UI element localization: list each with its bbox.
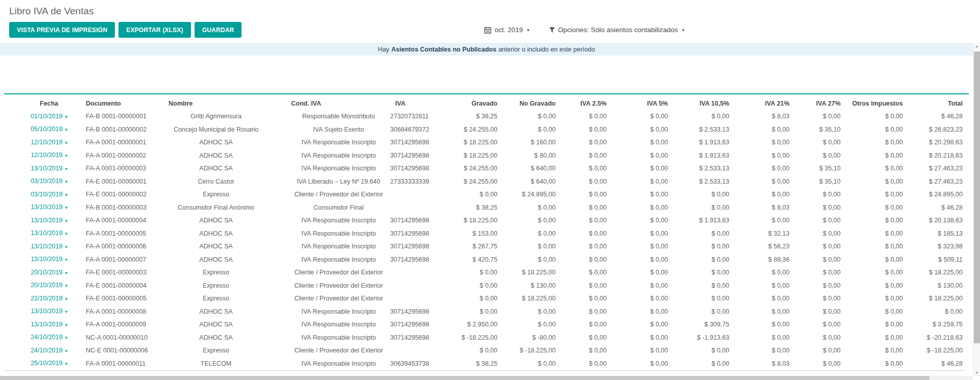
table-cell: 30714295698 [388,136,439,149]
save-button[interactable]: GUARDAR [195,22,242,38]
table-cell: Cliente / Proveedor del Exterior [266,344,388,358]
date-dropdown[interactable]: 13/10/2019▾ [4,214,71,227]
table-cell: $ -18.225,00 [439,332,499,345]
table-cell: IVA Responsable Inscripto [266,214,388,227]
table-cell: $ 0,00 [731,280,792,293]
table-row: 13/10/2019▾FA-A 0001-00000004ADHOC SAIVA… [4,214,965,227]
table-cell: $ 0,00 [609,149,670,163]
date-dropdown[interactable]: 13/10/2019▾ [4,240,71,254]
table-cell: Responsable Monotributo [266,110,388,123]
table-cell: $ 0,00 [558,240,609,254]
table-cell: $ 0,00 [843,266,905,280]
table-cell: $ 0,00 [731,162,792,175]
table-cell: $ 2.533,13 [670,162,731,175]
table-cell [388,344,439,358]
table-cell: $ 0,00 [843,227,905,241]
date-dropdown[interactable]: 22/10/2019▾ [4,292,71,306]
date-dropdown[interactable]: 13/10/2019▾ [4,162,71,175]
table-cell: $ 0,00 [609,344,670,358]
date-dropdown[interactable]: 24/10/2019▾ [4,344,71,358]
table-cell: $ 0,00 [843,240,905,254]
column-header: IVA 27% [792,95,843,110]
table-cell: $ 0,00 [905,306,965,319]
table-cell: $ 0,00 [439,344,499,358]
table-cell: NC-A 0001-00000010 [71,332,148,345]
table-cell: $ 0,00 [792,280,843,293]
date-dropdown[interactable]: 24/10/2019▾ [4,332,71,345]
table-cell: $ 32,13 [731,227,792,241]
date-dropdown[interactable]: 03/10/2019▾ [4,175,71,189]
date-value: 24/10/2019 [31,347,63,354]
table-cell: IVA Responsable Inscripto [266,162,388,175]
date-dropdown[interactable]: 13/10/2019▾ [4,227,71,241]
caret-down-icon: ▾ [65,244,67,249]
table-row: 03/10/2019▾FA-E 0001-00000002ExpressoCli… [4,188,965,201]
table-cell: Consumidor Final [266,201,388,215]
table-cell: $ 0,00 [439,266,499,280]
date-dropdown[interactable]: 03/10/2019▾ [4,188,71,201]
scroll-down-arrow-icon[interactable]: ▼ [973,369,980,376]
table-cell: $ 0,00 [670,188,731,201]
table-cell: Cliente / Proveedor del Exterior [266,188,388,201]
table-cell: Expresso [148,188,266,201]
date-dropdown[interactable]: 20/10/2019▾ [4,266,71,280]
period-value: oct. 2019 [494,26,523,34]
caret-down-icon: ▾ [65,166,67,171]
table-cell: $ 0,00 [499,240,558,254]
vertical-scrollbar[interactable]: ▲ ▼ [973,43,980,376]
vertical-scrollbar-thumb[interactable] [974,52,980,343]
caret-down-icon: ▾ [65,322,67,327]
date-dropdown[interactable]: 12/10/2019▾ [4,149,71,163]
table-cell: $ 0,00 [558,188,609,201]
scroll-up-arrow-icon[interactable]: ▲ [973,43,980,49]
print-preview-button[interactable]: VISTA PREVIA DE IMPRESIÓN [9,22,115,38]
table-cell: IVA Liberado – Ley Nº 19.640 [266,175,388,189]
date-dropdown[interactable]: 13/10/2019▾ [4,318,71,332]
date-dropdown[interactable]: 01/10/2019▾ [4,110,71,123]
table-cell: $ 0,00 [731,332,792,345]
date-dropdown[interactable]: 12/10/2019▾ [4,136,71,149]
horizontal-scrollbar[interactable] [0,376,973,380]
table-cell: $ 0,00 [670,110,731,123]
caret-down-icon: ▾ [65,205,67,210]
table-cell: $ 0,00 [792,344,843,358]
table-cell: 30714295698 [388,214,439,227]
options-selector[interactable]: Opciones: Sólo asientos contabilizados ▾ [549,26,684,34]
date-dropdown[interactable]: 20/10/2019▾ [4,280,71,293]
table-cell: $ 35,10 [792,162,843,175]
period-selector[interactable]: oct. 2019 ▾ [484,26,529,34]
date-value: 13/10/2019 [31,217,63,224]
date-dropdown[interactable]: 05/10/2019▾ [4,123,71,137]
table-cell: $ 2.950,00 [439,318,499,332]
table-cell: $ 0,00 [792,254,843,267]
table-cell: $ 0,00 [609,162,670,175]
table-cell: NC-E 0001-00000006 [71,344,148,358]
table-cell: ADHOC SA [148,149,266,163]
caret-down-icon: ▾ [65,153,67,158]
calendar-icon [484,27,491,34]
table-cell: $ 0,00 [439,188,499,201]
table-cell: $ 0,00 [670,266,731,280]
table-row: 25/10/2019▾FA-A 0001-00000011TELECOMIVA … [4,358,965,371]
table-cell: ADHOC SA [148,240,266,254]
table-row: 12/10/2019▾FA-A 0001-00000002ADHOC SAIVA… [4,149,965,163]
table-cell: FA-E 0001-00000002 [71,188,148,201]
table-row: 13/10/2019▾FA-A 0001-00000008ADHOC SAIVA… [4,306,965,319]
date-dropdown[interactable]: 13/10/2019▾ [4,254,71,267]
caret-down-icon: ▾ [527,28,530,33]
table-cell: ADHOC SA [148,318,266,332]
table-cell: IVA Responsable Inscripto [266,240,388,254]
date-dropdown[interactable]: 13/10/2019▾ [4,306,71,319]
table-cell: $ 80,00 [499,149,558,163]
table-cell: $ 0,00 [609,110,670,123]
date-dropdown[interactable]: 25/10/2019▾ [4,358,71,371]
table-cell: $ 0,00 [670,227,731,241]
table-cell: $ 0,00 [558,254,609,267]
export-xlsx-button[interactable]: EXPORTAR (XLSX) [118,22,190,38]
column-header: No Gravado [499,95,558,110]
table-cell [388,201,439,215]
date-dropdown[interactable]: 13/10/2019▾ [4,201,71,215]
table-cell: $ 0,00 [558,175,609,189]
horizontal-scrollbar-thumb[interactable] [0,376,929,380]
table-row: 20/10/2019▾FA-E 0001-00000003ExpressoCli… [4,266,965,280]
